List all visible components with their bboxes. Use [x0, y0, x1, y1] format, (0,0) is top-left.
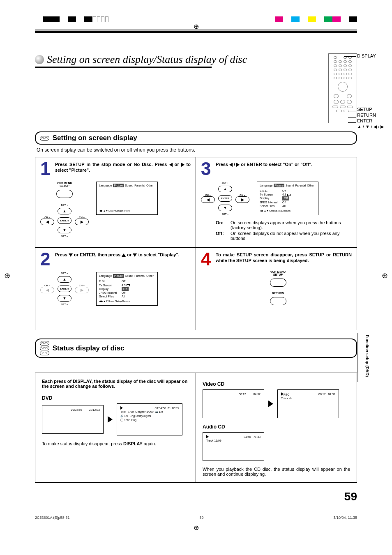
footer-page: 59 — [199, 516, 203, 520]
remote-control-diagram — [328, 53, 357, 123]
enter-button: ENTER — [218, 195, 232, 202]
set-plus-button: ▲ — [58, 208, 71, 214]
page-header: Setting on screen display/Status display… — [35, 53, 357, 123]
remote-label-enter: ENTER — [357, 118, 392, 123]
section-header-status: DVD VCD CD Status display of disc — [35, 339, 357, 358]
set-minus-button: ▼ — [58, 227, 71, 233]
down-arrow-icon — [69, 253, 73, 257]
up-arrow-icon — [122, 253, 126, 257]
set-minus-button: ▼ — [218, 205, 232, 211]
crosshair-icon: ⊕ — [382, 271, 388, 280]
remote-label-setup: SETUP — [357, 107, 392, 112]
set-plus-button: ▲ — [218, 186, 232, 192]
section-title: Setting on screen display — [53, 134, 137, 142]
set-minus-button: ▼ — [58, 295, 71, 302]
footer-date: 3/10/04, 11:35 — [333, 516, 357, 520]
footer-info: 2C53601A (E)p58-61 59 3/10/04, 11:35 — [35, 516, 357, 520]
enter-button: ENTER — [58, 217, 71, 224]
left-arrow-icon — [169, 163, 173, 167]
osd-screen-step1: Language Picture Sound Parental Other ◀▶… — [96, 182, 158, 215]
vcd-badge: VCD — [40, 346, 49, 350]
aspect-icon — [287, 194, 291, 196]
step-number: 2 — [40, 252, 50, 266]
set-plus-button: ▲ — [58, 276, 71, 283]
step-4: 4 To make SETUP screen disappear, press … — [196, 248, 357, 330]
audio-cd-status-screen: 34:56 71:33 Track 11/99 — [203, 432, 264, 461]
ch-minus-button: ◀ — [201, 196, 215, 203]
right-arrow-icon — [181, 163, 184, 167]
ch-plus-button: ▶ — [235, 196, 249, 203]
setup-button — [270, 279, 286, 287]
crosshair-icon: ⊕ — [4, 271, 10, 280]
status-left-note: To make status display disappear, press … — [42, 441, 189, 446]
step-2: 2 Press or ENTER, then press or to selec… — [35, 248, 196, 330]
return-button — [270, 297, 286, 305]
side-tab-marker — [357, 333, 358, 382]
steps-grid: 1 Press SETUP in the stop mode or No Dis… — [35, 157, 357, 330]
step-number: 4 — [201, 252, 211, 266]
step-number: 1 — [40, 161, 50, 176]
ch-plus-button: ▶ — [75, 219, 89, 225]
side-tab-label: Function setup (DVD) — [365, 335, 369, 377]
cd-badge: CD — [40, 351, 49, 355]
remote-label-display: DISPLAY — [357, 53, 392, 58]
aspect-icon — [127, 284, 130, 286]
step-number: 3 — [201, 161, 211, 176]
enter-button: ENTER — [58, 286, 71, 292]
dvd-status-screen-1: 00:34:56 01:12:33 — [42, 405, 104, 434]
dvd-status-screen-2: 00:34:56 01:12:33 Title 1/99 Chapter 1/9… — [117, 403, 182, 435]
dvd-badge: DVD — [40, 136, 49, 140]
audio-cd-label: Audio CD — [203, 424, 350, 430]
osd-screen-step2: Language Picture Sound Parental Other E.… — [96, 272, 158, 306]
button-label-vcr-menu: VCR MENUSETUP — [57, 182, 72, 187]
osd-screen-step3: Language Picture Sound Parental Other E.… — [257, 182, 318, 215]
vcd-status-screen-2: PBC 00:12 04:32 Track -/- — [277, 389, 339, 418]
header-divider — [35, 29, 357, 33]
ch-minus-button: ◀ — [40, 287, 54, 293]
vcd-label: Video CD — [203, 381, 350, 387]
ch-minus-button: ◀ — [40, 219, 54, 225]
section-intro: On screen display can be switched on or … — [37, 147, 355, 153]
off-label: Off: — [216, 231, 231, 241]
right-arrow-icon — [108, 416, 113, 423]
footer-doc: 2C53601A (E)p58-61 — [35, 516, 70, 520]
section-title: Status display of disc — [53, 344, 125, 352]
right-arrow-icon — [236, 163, 240, 167]
dvd-badge: DVD — [40, 341, 49, 345]
down-arrow-icon — [133, 253, 137, 257]
play-icon — [120, 406, 123, 410]
vcd-status-screen-1: 00:12 04:32 — [203, 389, 264, 418]
page-number: 59 — [35, 490, 357, 503]
bullet-sphere-icon — [35, 55, 44, 64]
step-3: 3 Press / or ENTER to select "On" or "Of… — [196, 157, 357, 248]
print-registration-top — [0, 0, 392, 21]
status-display-panel: Each press of DISPLAY, the status displa… — [35, 373, 357, 483]
crosshair-icon: ⊕ — [0, 524, 392, 532]
on-label: On: — [216, 220, 231, 230]
step-1: 1 Press SETUP in the stop mode or No Dis… — [35, 157, 196, 248]
status-right-note: When you playback the CD disc, the statu… — [203, 467, 350, 477]
status-intro-text: Each press of DISPLAY, the status displa… — [42, 379, 189, 389]
ch-plus-button: ▶ — [75, 287, 89, 293]
dvd-label: DVD — [42, 395, 189, 401]
remote-label-return: RETURN — [357, 113, 392, 117]
section-header-setting: DVD Setting on screen display — [35, 131, 357, 145]
play-icon — [206, 435, 209, 438]
right-arrow-icon — [268, 401, 273, 407]
page-title: Setting on screen display/Status display… — [47, 53, 247, 65]
setup-button — [56, 190, 73, 198]
left-arrow-icon — [229, 163, 233, 167]
remote-label-arrows: ▲ / ▼ / ◀ / ▶ — [357, 124, 392, 129]
